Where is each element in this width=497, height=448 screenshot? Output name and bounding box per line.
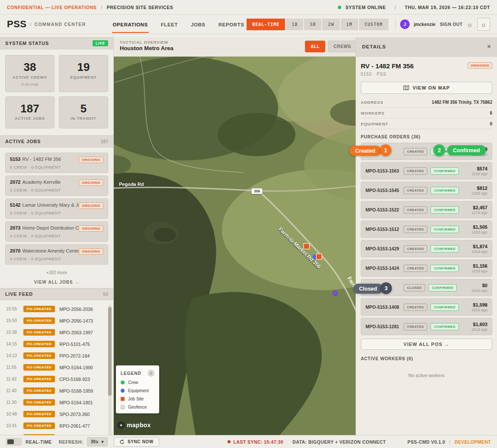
feed-scroll-thumb[interactable] (108, 307, 112, 396)
job-card[interactable]: 2072Academy Kerrville ONGOING 5 CREW · 0… (5, 176, 108, 196)
po-row[interactable]: MPO-5153-1522 CREATED CONFIRMED $2,457 1… (361, 201, 492, 218)
annotation-step-1: 1 (380, 144, 391, 156)
job-card[interactable]: 2073Home Depot Distribution Center Repai… (5, 221, 108, 242)
data-source-label: DATA: BIGQUERY + VERIZON CONNECT (292, 439, 386, 445)
feed-row[interactable]: 11:30 PO-CREATED MPO-5164-1801 (6, 399, 104, 406)
info-label: WORKERS (361, 111, 385, 115)
po-id: MPO-5153-1281 (366, 324, 404, 329)
po-age: 127d ago (471, 211, 487, 215)
po-confirmed-badge: CONFIRMED (430, 226, 459, 233)
details-panel: DETAILS × RV - 1482 FM 356 ONGOING 5153 … (356, 37, 497, 435)
avatar[interactable]: J (400, 19, 410, 29)
confidential-label: CONFIDENTIAL — LIVE OPERATIONS (7, 5, 96, 10)
job-info-rows: ADDRESS 1482 FM 356 Trinity, TX 75862 WO… (361, 97, 492, 129)
time-range-button[interactable]: 1M (341, 19, 358, 30)
time-range-button[interactable]: CUSTOM (359, 19, 388, 30)
po-id: MPO-5153-1512 (366, 227, 404, 232)
feed-row[interactable]: 14:13 PO-CREATED PPO-2072-184 (6, 352, 104, 359)
job-name: 2073Home Depot Distribution Center Repai… (10, 225, 79, 230)
legend-item: Geofence (121, 405, 154, 410)
map-filter-button[interactable]: CREWS (328, 41, 356, 52)
feed-event-badge: PO-CREATED (23, 399, 55, 406)
nav-tab[interactable]: OPERATIONS (112, 16, 149, 33)
time-range-button[interactable]: 2W (322, 19, 340, 30)
feed-row[interactable]: 14:15 PO-CREATED RPO-5101-475 (6, 341, 104, 347)
po-row[interactable]: MPO-5153-1429 CREATED CONFIRMED $1,874 1… (361, 240, 492, 257)
feed-po-id: MPO-5164-1990 (59, 365, 93, 370)
feed-row[interactable]: 11:42 PO-CREATED CPO-5168-923 (6, 376, 104, 382)
po-row[interactable]: MPO-5153-1281 CREATED CONFIRMED $1,603 1… (361, 318, 492, 335)
info-label: ADDRESS (361, 100, 383, 105)
time-range-button[interactable]: REAL-TIME (247, 19, 285, 30)
po-age: 155d ago (471, 308, 487, 312)
feed-count: 50 (103, 291, 108, 297)
feed-row[interactable]: 11:55 PO-CREATED MPO-5164-1990 (6, 364, 104, 371)
view-on-map-button[interactable]: VIEW ON MAP (361, 82, 492, 94)
feed-row[interactable]: 15:50 PO-CREATED MPO-2056-1473 (6, 317, 104, 324)
section-title: LIVE FEED (5, 291, 33, 297)
feed-row[interactable]: 15:55 PO-CREATED MPO-2056-2036 (6, 306, 104, 312)
live-feed-list: 15:55 PO-CREATED MPO-2056-2036 15:50 PO-… (0, 300, 113, 435)
po-age: 154d ago (471, 288, 487, 293)
po-row[interactable]: MPO-5153-1563 CREATED CONFIRMED $574 119… (361, 162, 492, 179)
stat-value: 5 (62, 102, 105, 115)
version-label: PSS-CMD V0.1.0 (407, 439, 445, 445)
view-all-jobs-link[interactable]: VIEW ALL JOBS → (0, 277, 113, 288)
job-name: 2070Waterstone Amenity Center (10, 248, 79, 253)
po-row[interactable]: MPO-5153-1545 CREATED CONFIRMED $812 125… (361, 182, 492, 199)
feed-event-badge: PO-CREATED (23, 411, 55, 417)
brightness-icon[interactable]: ☼ (467, 21, 473, 28)
job-card[interactable]: 2070Waterstone Amenity Center ONGOING 4 … (5, 244, 108, 265)
active-jobs-header: ACTIVE JOBS 187 (0, 135, 113, 147)
job-card[interactable]: 5153RV - 1482 FM 356 ONGOING 6 CREW · 0 … (5, 153, 108, 173)
sun-icon: ☼ (481, 21, 487, 28)
po-amount: $1,603 (471, 322, 487, 327)
po-row[interactable]: MPO-5153-1512 CREATED CONFIRMED $1,505 1… (361, 221, 492, 238)
po-confirmed-badge: CONFIRMED (430, 245, 459, 253)
info-icon[interactable]: i (147, 370, 154, 377)
feed-row[interactable]: 11:40 PO-CREATED MPO-5168-1959 (6, 387, 104, 394)
close-icon[interactable]: × (487, 43, 491, 50)
job-site-marker[interactable] (316, 254, 322, 259)
sign-out-button[interactable]: SIGN OUT (440, 22, 462, 27)
feed-scrollbar[interactable] (108, 304, 112, 435)
feed-row[interactable]: 15:38 PO-CREATED MPO-2063-1997 (6, 329, 104, 336)
theme-toggle-button[interactable]: ☼ (477, 18, 490, 31)
po-id: MPO-5153-1522 (366, 207, 404, 212)
job-site-marker[interactable] (304, 243, 309, 249)
info-value: 6 (490, 111, 492, 115)
nav-tab[interactable]: JOBS (190, 16, 206, 33)
job-id: 2072 (10, 179, 20, 185)
po-id: MPO-5153-1429 (366, 246, 404, 251)
feed-po-id: RPO-2061-477 (59, 423, 90, 429)
time-range-button[interactable]: 5D (304, 19, 321, 30)
feed-po-id: MPO-5164-1801 (59, 400, 93, 405)
po-confirmed-badge: CONFIRMED (430, 323, 459, 330)
po-age: 128d ago (471, 230, 487, 234)
nav-tab[interactable]: REPORTS (218, 16, 245, 33)
stat-value: 19 (62, 61, 105, 74)
po-row[interactable]: MPO-5153-1408 CREATED CONFIRMED $1,598 1… (361, 298, 492, 316)
time-range-button[interactable]: 1D (286, 19, 303, 30)
realtime-toggle[interactable] (6, 438, 22, 445)
top-status-bar: CONFIDENTIAL — LIVE OPERATIONS / PRECISI… (0, 0, 497, 15)
mapbox-attribution[interactable]: ✦ mapbox (117, 421, 151, 429)
refresh-interval-select[interactable]: 30s▾ (87, 437, 108, 446)
job-name: 5142Lamar University Mary & John Gray Li… (10, 202, 79, 208)
job-card[interactable]: 5142Lamar University Mary & John Gray Li… (5, 198, 108, 219)
stat-label: ACTIVE CREWS (8, 75, 51, 80)
status-badge: ONGOING (79, 179, 103, 186)
worker-marker[interactable] (333, 291, 338, 296)
stats-grid: 38 ACTIVE CREWS 0 on map 19 EQUIPMENT 18… (0, 49, 113, 135)
info-row: WORKERS 6 (361, 108, 492, 118)
feed-row[interactable]: 10:41 PO-CREATED RPO-2061-477 (6, 422, 104, 429)
feed-row[interactable]: 10:48 PO-CREATED SPO-2073-360 (6, 411, 104, 417)
nav-tab[interactable]: FLEET (160, 16, 179, 33)
legend-item: Equipment (121, 388, 154, 393)
legend-item: Crew (121, 380, 154, 385)
sync-now-button[interactable]: SYNC NOW (114, 437, 159, 447)
view-all-pos-button[interactable]: VIEW ALL POS → (361, 339, 492, 350)
map-filter-button[interactable]: ALL (305, 41, 325, 52)
po-row[interactable]: MPO-5153-1424 CREATED CONFIRMED $1,156 1… (361, 259, 492, 277)
system-status-header: SYSTEM STATUS LIVE (0, 37, 113, 49)
